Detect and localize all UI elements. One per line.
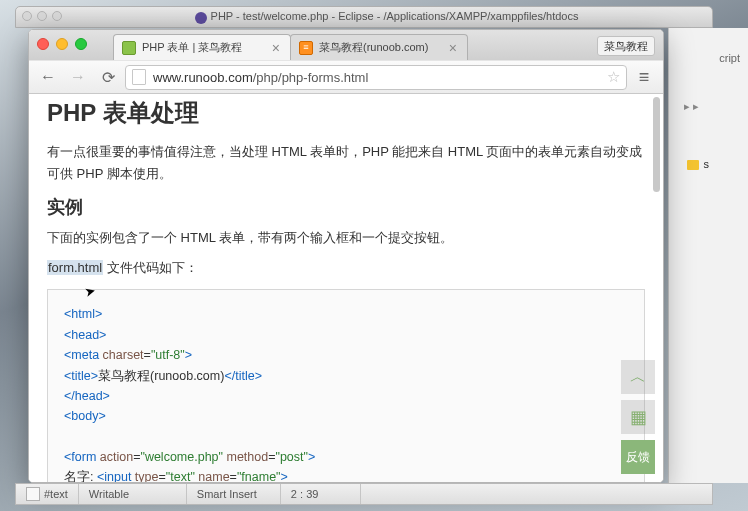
tab-title: PHP 表单 | 菜鸟教程 [142,40,270,55]
eclipse-title: PHP - test/welcome.php - Eclipse - /Appl… [211,10,579,22]
status-cursor-pos: 2 : 39 [281,484,361,504]
status-element: #text [16,484,79,504]
scroll-top-button[interactable]: ︿ [621,360,655,394]
address-bar[interactable]: www.runoob.com/php/php-forms.html ☆ [125,65,627,90]
favicon-xampp-icon [299,41,313,55]
window-controls [37,38,87,50]
back-button[interactable]: ← [35,65,61,89]
tab-title: 菜鸟教程(runoob.com) [319,40,447,55]
chrome-menu-button[interactable]: ≡ [631,67,657,88]
forward-button[interactable]: → [65,65,91,89]
eclipse-right-pane: cript ▸ ▸ [668,28,748,483]
eclipse-titlebar: PHP - test/welcome.php - Eclipse - /Appl… [15,6,713,28]
nav-toolbar: ← → ⟳ www.runoob.com/php/php-forms.html … [29,60,663,94]
tab-bar: PHP 表单 | 菜鸟教程 × 菜鸟教程(runoob.com) × 菜鸟教程 [29,30,663,60]
eclipse-status-bar: #text Writable Smart Insert 2 : 39 [15,483,713,505]
intro-paragraph: 有一点很重要的事情值得注意，当处理 HTML 表单时，PHP 能把来自 HTML… [47,141,645,185]
qr-button[interactable]: ▦ [621,400,655,434]
example-desc: 下面的实例包含了一个 HTML 表单，带有两个输入框和一个提交按钮。 [47,227,645,249]
extension-button[interactable]: 菜鸟教程 [597,36,655,56]
url-path: /php/php-forms.html [253,70,369,85]
tree-expand-icon[interactable]: ▸ ▸ [684,100,699,113]
page-content: PHP 表单处理 有一点很重要的事情值得注意，当处理 HTML 表单时，PHP … [29,94,663,482]
file-desc: 文件代码如下： [103,260,198,275]
url-host: www.runoob.com [153,70,253,85]
status-insert-mode: Smart Insert [187,484,281,504]
close-tab-icon[interactable]: × [447,40,459,56]
scrollbar-thumb[interactable] [653,97,660,192]
close-window-button[interactable] [37,38,49,50]
chrome-window: PHP 表单 | 菜鸟教程 × 菜鸟教程(runoob.com) × 菜鸟教程 … [28,29,664,483]
file-line: form.html 文件代码如下： [47,257,645,279]
float-panel: ︿ ▦ 反馈 [621,360,655,474]
code-block: <html> <head> <meta charset="utf-8"> <ti… [47,289,645,482]
browser-tab-active[interactable]: PHP 表单 | 菜鸟教程 × [113,34,291,60]
status-writable: Writable [79,484,187,504]
eclipse-icon [195,12,207,24]
browser-tab-inactive[interactable]: 菜鸟教程(runoob.com) × [290,34,468,60]
zoom-window-button[interactable] [75,38,87,50]
page-icon [132,69,146,85]
reload-button[interactable]: ⟳ [95,65,121,89]
right-pane-label: cript [719,52,740,64]
favicon-runoob-icon [122,41,136,55]
status-square-icon [26,487,40,501]
feedback-button[interactable]: 反馈 [621,440,655,474]
close-tab-icon[interactable]: × [270,40,282,56]
page-heading: PHP 表单处理 [47,97,645,129]
folder-icon[interactable] [687,160,699,170]
filename-text: form.html [47,260,103,275]
example-heading: 实例 [47,195,645,219]
minimize-window-button[interactable] [56,38,68,50]
bookmark-star-icon[interactable]: ☆ [607,68,620,86]
